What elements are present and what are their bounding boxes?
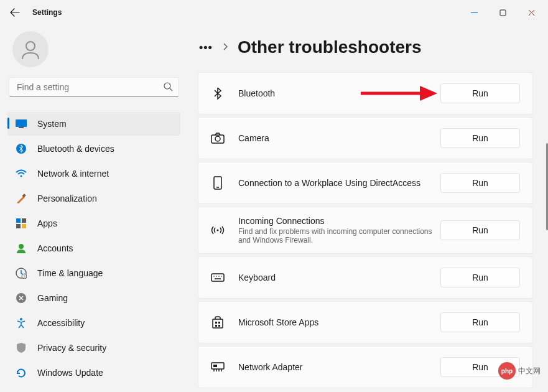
svg-rect-9 [22,194,26,197]
watermark: php 中文网 [498,362,541,380]
troubleshooter-title: Connection to a Workplace Using DirectAc… [238,178,440,188]
troubleshooter-bluetooth: Bluetooth Run [198,72,533,114]
back-button[interactable] [2,1,27,24]
main-content: ••• Other troubleshooters Bluetooth Run … [188,25,548,392]
svg-point-27 [216,276,217,277]
troubleshooter-camera: Camera Run [198,117,533,159]
sidebar-item-label: Network & internet [37,169,109,179]
camera-icon [211,131,225,145]
troubleshooter-store-apps: Microsoft Store Apps Run [198,301,533,343]
bluetooth-icon [211,86,225,100]
svg-rect-13 [22,224,26,228]
run-button[interactable]: Run [440,83,520,103]
troubleshooter-keyboard: Keyboard Run [198,256,533,299]
run-button[interactable]: Run [440,128,520,148]
sidebar-item-accessibility[interactable]: Accessibility [7,311,180,335]
sidebar-item-label: Accounts [37,243,73,253]
user-avatar[interactable] [12,31,49,67]
minimize-button[interactable] [460,2,488,22]
svg-rect-33 [218,322,220,324]
troubleshooter-title: Camera [238,133,440,143]
sidebar-item-time-language[interactable]: 文 Time & language [7,261,180,285]
svg-rect-35 [218,325,220,327]
svg-line-4 [170,88,172,91]
run-button[interactable]: Run [440,312,520,332]
person-icon [19,38,42,60]
search-input[interactable] [9,77,179,97]
sidebar-item-gaming[interactable]: Gaming [7,286,180,310]
troubleshooter-directaccess: Connection to a Workplace Using DirectAc… [198,162,533,204]
close-button[interactable] [517,2,546,22]
gaming-icon [15,292,27,304]
bluetooth-icon [15,142,27,155]
sidebar-item-label: Bluetooth & devices [37,144,114,154]
keyboard-icon [211,271,225,284]
svg-point-14 [19,244,24,249]
apps-icon [15,217,27,230]
svg-text:文: 文 [23,274,26,278]
watermark-text: 中文网 [518,366,541,376]
sidebar-item-bluetooth[interactable]: Bluetooth & devices [7,137,180,161]
svg-rect-25 [211,274,224,281]
svg-rect-41 [213,365,217,367]
sidebar-item-network[interactable]: Network & internet [7,162,180,185]
svg-point-2 [26,42,35,50]
sidebar-item-accounts[interactable]: Accounts [7,236,180,260]
accessibility-icon [15,317,27,329]
svg-rect-6 [19,127,24,128]
breadcrumb: ••• Other troubleshooters [199,37,533,57]
svg-point-8 [21,175,22,177]
store-icon [211,315,225,329]
svg-rect-5 [16,119,27,127]
sidebar-item-label: Windows Update [37,368,103,378]
broadcast-icon [211,223,225,237]
sidebar-item-label: Personalization [37,194,97,203]
breadcrumb-more-button[interactable]: ••• [199,41,213,54]
svg-rect-32 [215,322,217,324]
sidebar-item-label: Accessibility [37,318,85,328]
sidebar-item-label: Gaming [37,293,68,303]
svg-rect-1 [500,10,506,16]
svg-rect-11 [22,218,26,223]
run-button[interactable]: Run [440,268,520,287]
svg-point-29 [221,276,222,277]
sidebar-item-apps[interactable]: Apps [7,212,180,235]
sidebar-item-label: Apps [37,218,57,228]
svg-point-28 [218,276,220,277]
back-arrow-icon [10,7,20,17]
run-button[interactable]: Run [440,173,520,193]
scrollbar[interactable] [544,25,548,373]
troubleshooter-title: Keyboard [238,273,440,282]
maximize-button[interactable] [488,2,517,22]
troubleshooter-description: Find and fix problems with incoming comp… [238,227,440,245]
svg-point-24 [217,230,219,231]
svg-rect-12 [16,224,21,228]
sidebar-item-label: Privacy & security [37,343,106,353]
clock-icon: 文 [15,267,27,279]
search-icon [164,82,173,94]
svg-point-3 [164,83,170,89]
sidebar-item-privacy[interactable]: Privacy & security [7,336,180,360]
accounts-icon [15,242,27,254]
sidebar-item-label: System [37,119,67,129]
chevron-right-icon [223,42,228,52]
troubleshooter-title: Network Adapter [238,362,440,372]
troubleshooter-incoming-connections: Incoming Connections Find and fix proble… [198,207,533,254]
sidebar-item-system[interactable]: System [7,112,180,136]
sidebar-item-label: Time & language [37,268,103,278]
adapter-icon [211,360,225,374]
brush-icon [15,192,27,205]
run-button[interactable]: Run [440,220,520,240]
phone-icon [211,176,225,190]
watermark-badge: php [498,362,516,380]
sidebar-item-personalization[interactable]: Personalization [7,187,180,210]
svg-point-26 [213,276,215,277]
wifi-icon [15,167,27,180]
sidebar-item-windows-update[interactable]: Windows Update [7,361,180,385]
troubleshooter-title: Microsoft Store Apps [238,317,440,327]
sidebar-nav: System Bluetooth & devices Network & int… [7,112,180,386]
svg-rect-10 [16,218,21,223]
search-box[interactable] [9,77,179,97]
troubleshooter-title: Bluetooth [238,88,440,98]
page-title: Other troubleshooters [238,37,422,57]
